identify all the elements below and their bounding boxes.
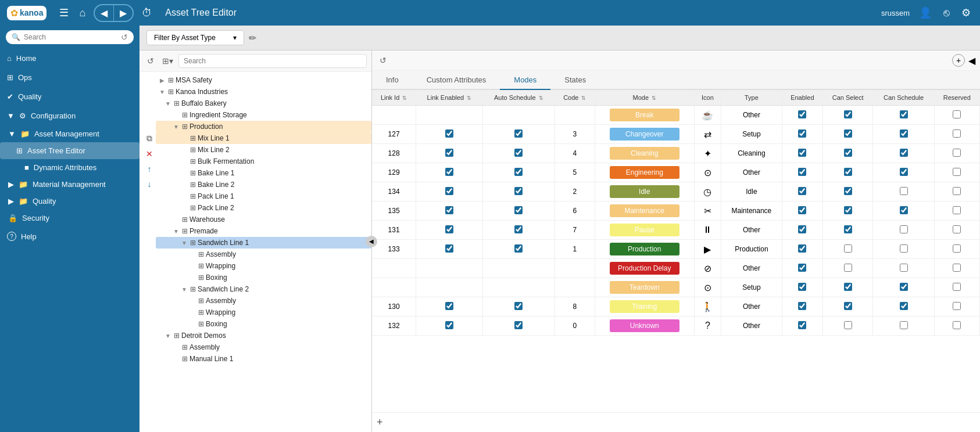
tree-node-kanoa-industries[interactable]: ▼ ⊞ Kanoa Industries: [156, 86, 371, 98]
sidebar-item-home[interactable]: ⌂ Home: [0, 49, 140, 68]
search-input[interactable]: [24, 33, 117, 41]
auto-schedule-checkbox[interactable]: [514, 244, 523, 253]
tree-up-btn[interactable]: ↑: [143, 163, 156, 175]
enabled-checkbox[interactable]: [798, 110, 806, 118]
auto-schedule-checkbox[interactable]: [514, 225, 523, 233]
tree-node-pack-line-1[interactable]: ⊞ Pack Line 1: [156, 190, 371, 202]
tree-node-assembly[interactable]: ⊞ Assembly: [156, 249, 371, 260]
refresh-icon[interactable]: ↺: [121, 33, 128, 42]
can-select-checkbox[interactable]: [844, 129, 852, 138]
link-enabled-checkbox[interactable]: [445, 225, 453, 233]
enabled-checkbox[interactable]: [798, 187, 806, 195]
sidebar-item-ops[interactable]: ⊞ Ops: [0, 68, 140, 87]
can-select-checkbox[interactable]: [844, 149, 852, 157]
tree-copy-btn[interactable]: ⧉: [143, 132, 156, 145]
can-schedule-checkbox[interactable]: [900, 129, 908, 138]
sidebar-item-quality[interactable]: ✔ Quality: [0, 87, 140, 106]
tree-down-btn[interactable]: ↓: [143, 178, 156, 190]
link-enabled-checkbox[interactable]: [445, 168, 453, 176]
tab-custom-attributes[interactable]: Custom Attributes: [413, 71, 500, 90]
tree-node-wrapping-2[interactable]: ⊞ Wrapping: [156, 307, 371, 318]
details-refresh-btn[interactable]: ↺: [377, 54, 389, 67]
tree-node-wrapping[interactable]: ⊞ Wrapping: [156, 260, 371, 272]
can-select-checkbox[interactable]: [844, 302, 852, 310]
can-select-checkbox[interactable]: [844, 225, 852, 233]
history-button[interactable]: ⏱: [140, 5, 155, 21]
collapse-tree-btn[interactable]: ◀: [366, 236, 377, 247]
can-select-checkbox[interactable]: [844, 244, 852, 253]
reserved-checkbox[interactable]: [953, 206, 961, 214]
auto-schedule-checkbox[interactable]: [514, 129, 523, 138]
sidebar-item-material-management[interactable]: ▶ 📁 Material Management: [0, 176, 140, 193]
can-select-checkbox[interactable]: [844, 206, 852, 214]
tree-delete-btn[interactable]: ✕: [143, 147, 156, 160]
settings-button[interactable]: ⚙: [959, 4, 973, 21]
can-select-checkbox[interactable]: [844, 264, 852, 272]
auto-schedule-checkbox[interactable]: [514, 206, 523, 214]
details-add-btn[interactable]: +: [952, 54, 965, 67]
tree-node-sandwich-line-2[interactable]: ▼ ⊞ Sandwich Line 2: [156, 283, 371, 295]
reserved-checkbox[interactable]: [953, 149, 961, 157]
reserved-checkbox[interactable]: [953, 187, 961, 195]
sidebar-item-quality2[interactable]: ▶ 📁 Quality: [0, 193, 140, 210]
reserved-checkbox[interactable]: [953, 244, 961, 253]
tree-node-assembly-2[interactable]: ⊞ Assembly: [156, 295, 371, 307]
sidebar-item-configuration[interactable]: ▼ ⚙ Configuration: [0, 106, 140, 125]
auto-schedule-checkbox[interactable]: [514, 321, 523, 329]
link-enabled-checkbox[interactable]: [445, 149, 453, 157]
enabled-checkbox[interactable]: [798, 244, 806, 253]
enabled-checkbox[interactable]: [798, 302, 806, 310]
tree-node-pack-line-2[interactable]: ⊞ Pack Line 2: [156, 202, 371, 214]
user-icon[interactable]: 👤: [917, 4, 934, 21]
link-enabled-checkbox[interactable]: [445, 321, 453, 329]
tree-node-detroit-demos[interactable]: ▼ ⊞ Detroit Demos: [156, 330, 371, 341]
tree-node-warehouse[interactable]: ⊞ Warehouse: [156, 214, 371, 225]
tree-node-production[interactable]: ▼ ⊞ Production: [156, 121, 371, 132]
sidebar-item-asset-management[interactable]: ▼ 📁 Asset Management: [0, 125, 140, 142]
can-schedule-checkbox[interactable]: [900, 283, 908, 291]
home-button[interactable]: ⌂: [77, 5, 88, 21]
link-enabled-checkbox[interactable]: [445, 302, 453, 310]
logout-button[interactable]: ⎋: [941, 5, 952, 21]
can-schedule-checkbox[interactable]: [900, 321, 908, 329]
can-schedule-checkbox[interactable]: [900, 149, 908, 157]
can-schedule-checkbox[interactable]: [900, 302, 908, 310]
tree-node-premade[interactable]: ▼ ⊞ Premade: [156, 225, 371, 237]
tree-settings-btn[interactable]: ⊞▾: [159, 55, 176, 67]
enabled-checkbox[interactable]: [798, 225, 806, 233]
nav-forward-button[interactable]: ▶: [114, 5, 133, 21]
tree-refresh-btn[interactable]: ↺: [144, 55, 157, 67]
enabled-checkbox[interactable]: [798, 283, 806, 291]
auto-schedule-checkbox[interactable]: [514, 187, 523, 195]
reserved-checkbox[interactable]: [953, 168, 961, 176]
can-schedule-checkbox[interactable]: [900, 110, 908, 118]
can-select-checkbox[interactable]: [844, 168, 852, 176]
can-schedule-checkbox[interactable]: [900, 187, 908, 195]
link-enabled-checkbox[interactable]: [445, 206, 453, 214]
reserved-checkbox[interactable]: [953, 129, 961, 138]
tree-node-boxing[interactable]: ⊞ Boxing: [156, 272, 371, 283]
tree-node-manual-line-1[interactable]: ⊞ Manual Line 1: [156, 353, 371, 365]
filter-dropdown[interactable]: Filter By Asset Type ▾: [146, 30, 244, 45]
can-schedule-checkbox[interactable]: [900, 225, 908, 233]
can-select-checkbox[interactable]: [844, 321, 852, 329]
tree-node-assembly-detroit[interactable]: ⊞ Assembly: [156, 341, 371, 353]
link-enabled-checkbox[interactable]: [445, 244, 453, 253]
tree-node-bake-line-1[interactable]: ⊞ Bake Line 1: [156, 167, 371, 179]
tree-search-input[interactable]: [178, 54, 367, 68]
reserved-checkbox[interactable]: [953, 321, 961, 329]
reserved-checkbox[interactable]: [953, 110, 961, 118]
sidebar-item-dynamic-attributes[interactable]: ■ Dynamic Attributes: [0, 159, 140, 176]
tree-node-mix-line-1[interactable]: ⊞ Mix Line 1: [156, 132, 371, 144]
can-schedule-checkbox[interactable]: [900, 168, 908, 176]
auto-schedule-checkbox[interactable]: [514, 149, 523, 157]
edit-button[interactable]: ✏: [249, 33, 256, 44]
tree-node-bulk-fermentation[interactable]: ⊞ Bulk Fermentation: [156, 156, 371, 167]
can-schedule-checkbox[interactable]: [900, 244, 908, 253]
tab-states[interactable]: States: [550, 71, 600, 90]
details-collapse-btn[interactable]: ◀: [968, 55, 975, 66]
link-enabled-checkbox[interactable]: [445, 129, 453, 138]
enabled-checkbox[interactable]: [798, 149, 806, 157]
tree-node-bake-line-2[interactable]: ⊞ Bake Line 2: [156, 179, 371, 190]
tree-node-mix-line-2[interactable]: ⊞ Mix Line 2: [156, 144, 371, 156]
